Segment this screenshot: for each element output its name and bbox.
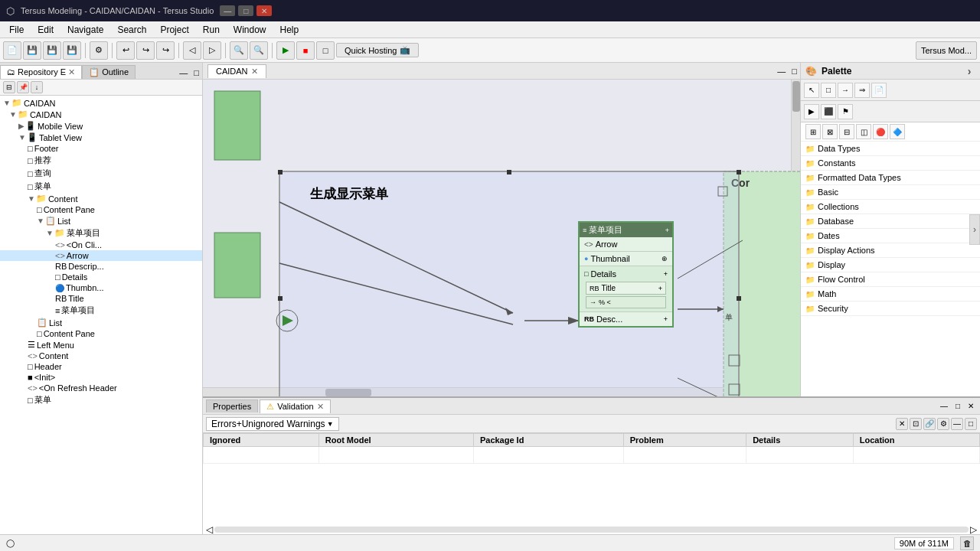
palette-rect[interactable]: □ [821, 83, 836, 98]
palette-arrow[interactable]: → [838, 83, 853, 98]
toolbar-debug[interactable]: □ [316, 41, 335, 60]
bottom-link-btn[interactable]: 🔗 [923, 418, 936, 430]
filter-dropdown[interactable]: Errors+Unignored Warnings ▼ [206, 417, 339, 431]
menu-run[interactable]: Run [197, 23, 226, 37]
menu-help[interactable]: Help [274, 23, 305, 37]
editor-minimize[interactable]: — [774, 65, 789, 77]
palette-cat-display[interactable]: 📁 Display [801, 258, 980, 272]
palette-cat-formatteddatatypes[interactable]: 📁 Formatted Data Types [801, 171, 980, 185]
tree-item-details[interactable]: □ Details [0, 272, 202, 282]
palette-cat-math[interactable]: 📁 Math [801, 287, 980, 302]
tree-container[interactable]: ▼ 📁 CAIDAN ▼ 📁 CAIDAN ▶ [0, 96, 202, 534]
bottom-restore-btn[interactable]: □ [965, 418, 977, 430]
toolbar-stop[interactable]: ■ [296, 41, 315, 60]
menu-project[interactable]: Project [154, 23, 194, 37]
bottom-close-btn[interactable]: ✕ [896, 418, 908, 430]
menu-search[interactable]: Search [111, 23, 152, 37]
tree-arrow-down[interactable]: ↓ [31, 81, 43, 93]
palette-cat-constants[interactable]: 📁 Constants [801, 156, 980, 171]
toolbar-redo2[interactable]: ↪ [156, 41, 175, 60]
menu-arrow-item[interactable]: <> Arrow [580, 237, 672, 252]
tree-item-arrow[interactable]: <> Arrow [0, 250, 202, 261]
tree-item-oncli[interactable]: <> <On Cli... [0, 240, 202, 250]
tree-item-onrefresh[interactable]: <> <On Refresh Header [0, 383, 202, 393]
palette-cat-collections[interactable]: 📁 Collections [801, 200, 980, 214]
col-details[interactable]: Details [746, 434, 854, 447]
palette-basic-1[interactable]: ⊞ [805, 124, 821, 139]
menu-edit[interactable]: Edit [31, 23, 60, 37]
toolbar-save[interactable]: 💾 [23, 41, 41, 60]
menu-file[interactable]: File [3, 23, 30, 37]
bottom-expand-btn[interactable]: — [951, 418, 963, 430]
toolbar-tersus-mod[interactable]: Tersus Mod... [916, 41, 977, 60]
tree-item-content[interactable]: ▼ 📁 Content [0, 193, 202, 204]
tree-item-content2[interactable]: <> Content [0, 350, 202, 361]
tree-item-caidan3[interactable]: □ 菜单 [0, 180, 202, 193]
palette-note[interactable]: 📄 [871, 83, 887, 98]
menu-desc-item[interactable]: RB Desc... + [580, 312, 672, 326]
status-icon-btn[interactable]: 🗑 [960, 536, 974, 550]
palette-cat-datatypes[interactable]: 📁 Data Types [801, 142, 980, 156]
tree-item-menuitems[interactable]: ▼ 📁 菜单项目 [0, 227, 202, 240]
tree-item-tablet[interactable]: ▼ 📱 Tablet View [0, 132, 202, 143]
col-location[interactable]: Location [853, 434, 979, 447]
tree-item-descrip[interactable]: RB Descrip... [0, 261, 202, 272]
close-button[interactable]: ✕ [256, 5, 272, 16]
title-subitem[interactable]: RB Title + [586, 282, 666, 295]
bottom-minimize[interactable]: — [937, 400, 951, 412]
col-rootmodel[interactable]: Root Model [318, 434, 473, 447]
palette-cat-dates[interactable]: 📁 Dates [801, 229, 980, 243]
bottom-close[interactable]: ✕ [965, 400, 977, 412]
tree-item-footer[interactable]: □ Footer [0, 143, 202, 154]
tree-item-chaxun[interactable]: □ 查询 [0, 167, 202, 180]
bottom-maximize[interactable]: □ [952, 400, 963, 412]
palette-collapse[interactable]: › [963, 65, 975, 77]
tree-item-contentpane[interactable]: □ Content Pane [0, 204, 202, 215]
editor-maximize[interactable]: □ [789, 65, 800, 77]
toolbar-zoomout[interactable]: 🔍 [250, 41, 268, 60]
toolbar-redo[interactable]: ↪ [136, 41, 155, 60]
panel-minimize[interactable]: — [176, 67, 191, 79]
palette-start[interactable]: ▶ [804, 104, 819, 119]
toolbar-zoomin[interactable]: 🔍 [230, 41, 248, 60]
palette-cat-database[interactable]: 📁 Database [801, 214, 980, 229]
editor-tab-caidan[interactable]: CAIDAN ✕ [207, 64, 266, 78]
palette-cursor[interactable]: ↖ [804, 83, 819, 98]
code-subitem[interactable]: → % < [586, 296, 666, 308]
tab-properties[interactable]: Properties [206, 399, 258, 412]
menu-navigate[interactable]: Navigate [61, 23, 109, 37]
minimize-button[interactable]: — [220, 5, 235, 16]
palette-basic-2[interactable]: ⊠ [822, 124, 838, 139]
tree-item-list[interactable]: ▼ 📋 List [0, 215, 202, 227]
validation-tab-close[interactable]: ✕ [317, 402, 324, 412]
tree-item-thumb[interactable]: 🔵 Thumbn... [0, 282, 202, 293]
palette-basic-5[interactable]: 🔴 [873, 124, 888, 139]
tree-item-init[interactable]: ■ <Init> [0, 372, 202, 383]
palette-flag[interactable]: ⚑ [838, 104, 853, 119]
tree-item-caidan-last[interactable]: □ 菜单 [0, 393, 202, 406]
tree-item-caidan2[interactable]: ▼ 📁 CAIDAN [0, 109, 202, 120]
tab-repo-close[interactable]: ✕ [68, 67, 75, 77]
panel-maximize[interactable]: □ [191, 67, 202, 79]
bottom-hscroll[interactable]: ◁ ▷ [203, 525, 980, 534]
palette-basic-6[interactable]: 🔷 [890, 124, 905, 139]
toolbar-saveall[interactable]: 💾 [63, 41, 81, 60]
toolbar-run-config[interactable]: ⚙ [90, 41, 108, 60]
tab-repository[interactable]: 🗂 Repository E ✕ [0, 65, 82, 79]
tree-item-contentpane2[interactable]: □ Content Pane [0, 328, 202, 339]
tree-item-tuijian[interactable]: □ 推荐 [0, 154, 202, 167]
toolbar-next[interactable]: ▷ [203, 41, 221, 60]
tree-root-caidan[interactable]: ▼ 📁 CAIDAN [0, 97, 202, 109]
palette-cat-displayactions[interactable]: 📁 Display Actions [801, 243, 980, 258]
canvas-area[interactable]: Cor 生成显示菜单 [203, 80, 800, 396]
tree-pin[interactable]: 📌 [17, 81, 29, 93]
tree-item-header[interactable]: □ Header [0, 361, 202, 372]
scroll-left-btn[interactable]: ◁ [206, 524, 213, 534]
tab-caidan-close[interactable]: ✕ [251, 67, 258, 77]
tree-item-leftmenu[interactable]: ☰ Left Menu [0, 339, 202, 350]
menu-window[interactable]: Window [227, 23, 273, 37]
palette-end[interactable]: ⬛ [821, 104, 836, 119]
palette-basic-4[interactable]: ◫ [856, 124, 871, 139]
menu-item-box[interactable]: ≡ 菜单项目 + <> Arrow [578, 221, 674, 328]
toolbar-run[interactable]: ▶ [276, 41, 295, 60]
